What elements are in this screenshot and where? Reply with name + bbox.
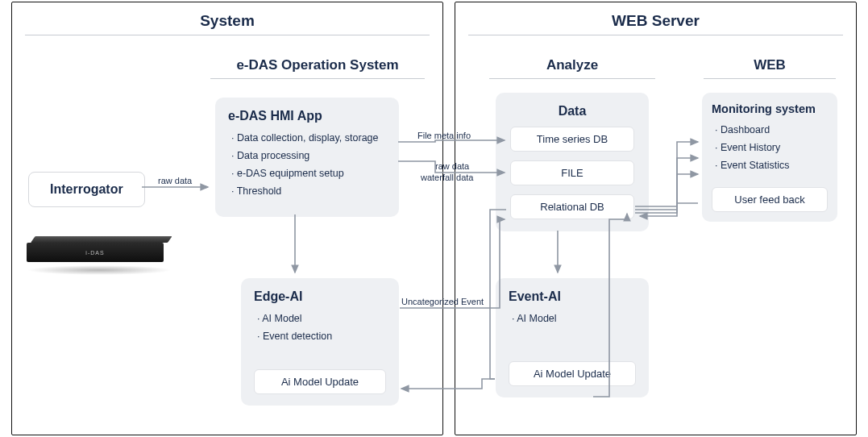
divider (489, 78, 655, 79)
arrow-label-file-meta: File meta info (417, 131, 471, 140)
data-card: Data Time series DB FILE Relational DB (496, 93, 649, 231)
web-server-title: WEB Server (455, 12, 856, 30)
hmi-item: Threshold (231, 183, 386, 201)
monitoring-item: Event History (715, 139, 828, 157)
monitoring-items: Dashboard Event History Event Statistics (715, 122, 828, 175)
edge-ai-item: Event detection (257, 328, 386, 346)
event-ai-item: AI Model (512, 310, 636, 328)
monitoring-title: Monitoring system (712, 102, 828, 115)
event-ai-title: Event-AI (509, 289, 636, 304)
arrow-label-raw-data-wf1: raw data (435, 161, 469, 171)
interrogator-box: Interrogator (28, 172, 145, 207)
edge-ai-items: AI Model Event detection (257, 310, 386, 346)
hmi-card: e-DAS HMI App Data collection, display, … (215, 98, 399, 217)
data-title: Data (509, 104, 636, 119)
web-panel: WEB Monitoring system Dashboard Event Hi… (694, 46, 845, 428)
user-feedback-button[interactable]: User feed back (712, 187, 828, 212)
system-title: System (12, 12, 442, 30)
hmi-item: Data collection, display, storage (231, 130, 386, 148)
divider (704, 78, 836, 79)
analyze-panel: Analyze Data Time series DB FILE Relatio… (480, 46, 665, 428)
hmi-title: e-DAS HMI App (228, 109, 386, 123)
web-server-panel: WEB Server Analyze Data Time series DB F… (455, 2, 857, 435)
event-ai-card: Event-AI AI Model Ai Model Update (496, 278, 649, 397)
divider (468, 35, 843, 35)
edas-os-title: e-DAS Operation System (201, 57, 434, 73)
arrow-label-raw-data-wf2: waterfall data (421, 173, 473, 182)
event-ai-items: AI Model (512, 310, 636, 328)
time-series-db-chip: Time series DB (510, 127, 634, 152)
arrow-label-uncategorized: Uncategorized Event (401, 297, 484, 306)
file-chip: FILE (510, 160, 634, 185)
web-title: WEB (694, 57, 845, 73)
arrow-label-raw-data: raw data (158, 176, 192, 185)
monitoring-card: Monitoring system Dashboard Event Histor… (702, 93, 837, 222)
device-image (27, 236, 164, 281)
edge-ai-title: Edge-AI (254, 289, 386, 304)
relational-db-chip: Relational DB (510, 194, 634, 219)
edge-ai-card: Edge-AI AI Model Event detection Ai Mode… (241, 278, 399, 406)
system-panel: System Interrogator e-DAS Operation Syst… (11, 2, 443, 435)
hmi-item: e-DAS equipment setup (231, 165, 386, 183)
monitoring-item: Dashboard (715, 122, 828, 139)
ai-model-update-button[interactable]: Ai Model Update (254, 369, 386, 394)
analyze-title: Analyze (480, 57, 665, 73)
hmi-items: Data collection, display, storage Data p… (231, 130, 386, 201)
ai-model-update-button[interactable]: Ai Model Update (509, 361, 636, 386)
edge-ai-item: AI Model (257, 310, 386, 328)
edas-os-panel: e-DAS Operation System e-DAS HMI App Dat… (201, 46, 434, 428)
divider (25, 35, 430, 35)
monitoring-item: Event Statistics (715, 157, 828, 175)
hmi-item: Data processing (231, 148, 386, 165)
divider (210, 78, 425, 79)
